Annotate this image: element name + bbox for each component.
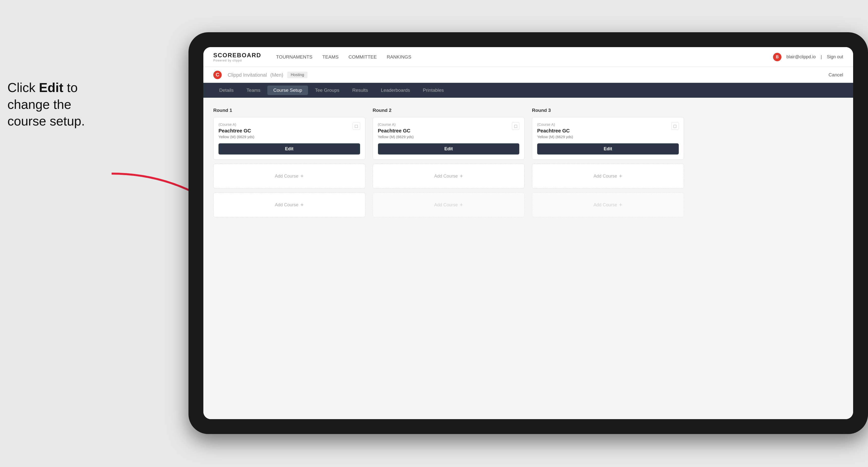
round-3-column: Round 3 (Course A) Peachtree GC Yellow (… bbox=[532, 107, 684, 221]
round-2-course-label: (Course A) bbox=[378, 122, 512, 126]
nav-tournaments[interactable]: TOURNAMENTS bbox=[276, 53, 312, 61]
round-2-header: Round 2 bbox=[373, 107, 525, 113]
round-3-course-label: (Course A) bbox=[537, 122, 671, 126]
round-3-course-name: Peachtree GC bbox=[537, 128, 671, 134]
main-content: Round 1 (Course A) Peachtree GC Yellow (… bbox=[204, 98, 853, 419]
round-2-add-course-2-plus: + bbox=[460, 201, 463, 208]
round-1-add-course-2[interactable]: Add Course + bbox=[213, 192, 365, 217]
sign-out-link[interactable]: Sign out bbox=[827, 54, 843, 60]
round-3-edit-button[interactable]: Edit bbox=[537, 143, 679, 155]
round-1-add-course-1[interactable]: Add Course + bbox=[213, 164, 365, 188]
round-1-column: Round 1 (Course A) Peachtree GC Yellow (… bbox=[213, 107, 365, 221]
round-3-course-card: (Course A) Peachtree GC Yellow (M) (6629… bbox=[532, 117, 684, 160]
round-2-card-header: (Course A) Peachtree GC Yellow (M) (6629… bbox=[378, 122, 520, 143]
separator: | bbox=[820, 54, 822, 60]
round-2-add-course-1[interactable]: Add Course + bbox=[373, 164, 525, 188]
round-1-add-course-2-label: Add Course bbox=[275, 203, 298, 208]
round-1-delete-icon[interactable]: ◻ bbox=[353, 122, 360, 130]
nav-committee[interactable]: COMMITTEE bbox=[348, 53, 377, 61]
round-3-add-course-2-plus: + bbox=[619, 201, 622, 208]
round-2-add-course-1-plus: + bbox=[460, 173, 463, 179]
scoreboard-subtitle: Powered by clippd bbox=[213, 59, 261, 62]
navbar-right: B blair@clippd.io | Sign out bbox=[773, 53, 843, 61]
round-3-card-header: (Course A) Peachtree GC Yellow (M) (6629… bbox=[537, 122, 679, 143]
tab-details[interactable]: Details bbox=[213, 86, 240, 95]
round-2-delete-icon[interactable]: ◻ bbox=[512, 122, 519, 130]
round-1-course-card: (Course A) Peachtree GC Yellow (M) (6629… bbox=[213, 117, 365, 160]
instruction-text: Click Edit tochange thecourse setup. bbox=[7, 80, 102, 130]
round-2-add-course-2: Add Course + bbox=[373, 192, 525, 217]
scoreboard-title: SCOREBOARD bbox=[213, 52, 261, 59]
round-3-header: Round 3 bbox=[532, 107, 684, 113]
tabs-bar: Details Teams Course Setup Tee Groups Re… bbox=[204, 83, 853, 98]
round-3-course-details: Yellow (M) (6629 yds) bbox=[537, 135, 671, 139]
round-1-add-course-1-label: Add Course bbox=[275, 174, 298, 179]
round-1-course-label: (Course A) bbox=[218, 122, 353, 126]
round-3-add-course-1-label: Add Course bbox=[593, 174, 617, 179]
round-3-add-course-1[interactable]: Add Course + bbox=[532, 164, 684, 188]
round-4-column-empty bbox=[691, 107, 843, 221]
nav-teams[interactable]: TEAMS bbox=[322, 53, 339, 61]
nav-rankings[interactable]: RANKINGS bbox=[386, 53, 411, 61]
round-1-add-course-1-plus: + bbox=[300, 173, 304, 179]
tab-printables[interactable]: Printables bbox=[417, 86, 450, 95]
round-1-course-details: Yellow (M) (6629 yds) bbox=[218, 135, 353, 139]
round-2-course-card: (Course A) Peachtree GC Yellow (M) (6629… bbox=[373, 117, 525, 160]
round-1-edit-button[interactable]: Edit bbox=[218, 143, 360, 155]
tournament-info: C Clippd Invitational (Men) Hosting bbox=[213, 71, 308, 79]
navbar-left: SCOREBOARD Powered by clippd TOURNAMENTS… bbox=[213, 52, 411, 62]
tab-results[interactable]: Results bbox=[346, 86, 374, 95]
instruction-bold: Edit bbox=[39, 80, 63, 95]
round-1-course-info: (Course A) Peachtree GC Yellow (M) (6629… bbox=[218, 122, 353, 143]
tab-teams[interactable]: Teams bbox=[241, 86, 266, 95]
scoreboard-logo: SCOREBOARD Powered by clippd bbox=[213, 52, 261, 62]
round-1-header: Round 1 bbox=[213, 107, 365, 113]
cancel-button[interactable]: Cancel bbox=[829, 72, 843, 77]
round-1-add-course-2-plus: + bbox=[300, 201, 304, 208]
round-2-course-details: Yellow (M) (6629 yds) bbox=[378, 135, 512, 139]
round-3-add-course-1-plus: + bbox=[619, 173, 622, 179]
user-email: blair@clippd.io bbox=[786, 54, 816, 60]
round-2-course-name: Peachtree GC bbox=[378, 128, 512, 134]
tab-leaderboards[interactable]: Leaderboards bbox=[375, 86, 416, 95]
user-avatar: B bbox=[773, 53, 781, 61]
round-1-card-header: (Course A) Peachtree GC Yellow (M) (6629… bbox=[218, 122, 360, 143]
tablet-screen: SCOREBOARD Powered by clippd TOURNAMENTS… bbox=[204, 47, 853, 419]
round-3-delete-icon[interactable]: ◻ bbox=[671, 122, 679, 130]
tab-tee-groups[interactable]: Tee Groups bbox=[309, 86, 345, 95]
clippd-icon: C bbox=[213, 71, 222, 79]
tab-course-setup[interactable]: Course Setup bbox=[267, 86, 308, 95]
round-2-edit-button[interactable]: Edit bbox=[378, 143, 520, 155]
round-2-course-info: (Course A) Peachtree GC Yellow (M) (6629… bbox=[378, 122, 512, 143]
instruction-text-start: Click bbox=[7, 80, 39, 95]
tournament-bar: C Clippd Invitational (Men) Hosting Canc… bbox=[204, 67, 853, 83]
hosting-badge: Hosting bbox=[287, 72, 308, 78]
round-3-add-course-2-label: Add Course bbox=[593, 203, 617, 208]
round-3-add-course-2: Add Course + bbox=[532, 192, 684, 217]
top-navbar: SCOREBOARD Powered by clippd TOURNAMENTS… bbox=[204, 47, 853, 67]
round-2-add-course-2-label: Add Course bbox=[434, 203, 458, 208]
tournament-name: Clippd Invitational (Men) bbox=[226, 72, 283, 78]
round-2-add-course-1-label: Add Course bbox=[434, 174, 458, 179]
rounds-container: Round 1 (Course A) Peachtree GC Yellow (… bbox=[213, 107, 843, 221]
tablet-frame: SCOREBOARD Powered by clippd TOURNAMENTS… bbox=[188, 32, 868, 434]
round-3-course-info: (Course A) Peachtree GC Yellow (M) (6629… bbox=[537, 122, 671, 143]
nav-links: TOURNAMENTS TEAMS COMMITTEE RANKINGS bbox=[276, 53, 411, 61]
round-2-column: Round 2 (Course A) Peachtree GC Yellow (… bbox=[373, 107, 525, 221]
round-1-course-name: Peachtree GC bbox=[218, 128, 353, 134]
